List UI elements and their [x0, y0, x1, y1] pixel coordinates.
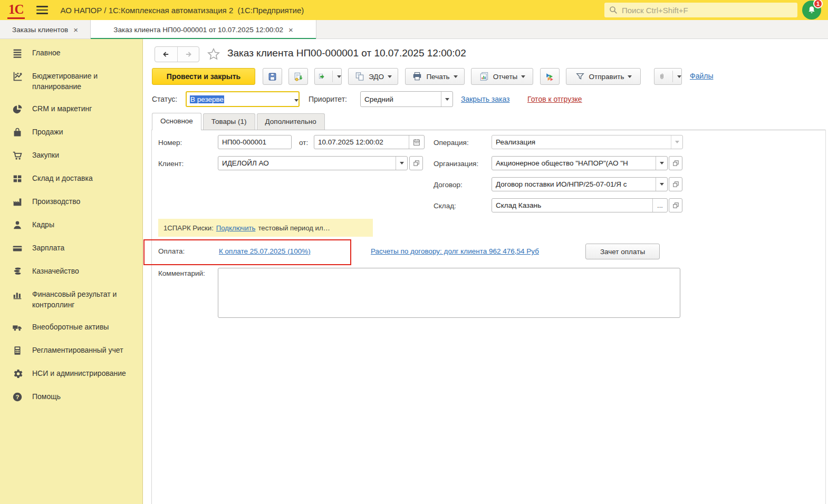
payment-terms-link[interactable]: К оплате 25.07.2025 (100%) — [219, 247, 311, 255]
sidebar-item-help[interactable]: ? Помощь — [0, 385, 142, 409]
finance-bars-icon — [11, 289, 24, 310]
favorite-star-icon[interactable] — [206, 47, 221, 62]
help-icon: ? — [11, 391, 24, 403]
payment-offset-button[interactable]: Зачет оплаты — [585, 244, 660, 259]
sidebar-item-label: Помощь — [32, 391, 61, 403]
sidebar-item-treasury[interactable]: Казначейство — [0, 260, 142, 283]
contract-select[interactable]: Договор поставки ИО/НПР/25-07-01/Я с — [492, 177, 668, 191]
save-button[interactable] — [263, 68, 282, 85]
sidebar-item-label: Закупки — [32, 150, 59, 161]
sidebar-item-production[interactable]: Производство — [0, 190, 142, 214]
status-dropdown-arrow[interactable] — [294, 94, 299, 104]
salary-card-icon — [11, 243, 24, 254]
main-menu-icon — [11, 47, 24, 59]
post-document-button[interactable] — [288, 68, 308, 85]
organization-select[interactable]: Акционерное общество "НАПОР"(АО "Н — [492, 156, 668, 170]
attachments-button[interactable] — [654, 68, 682, 85]
operation-select[interactable]: Реализация — [492, 135, 683, 149]
sidebar-item-regulated[interactable]: Регламентированный учет — [0, 339, 142, 362]
sidebar-item-label: Производство — [32, 196, 80, 208]
discussions-button[interactable] — [540, 68, 560, 85]
sidebar-item-sales[interactable]: Продажи — [0, 121, 142, 144]
files-link[interactable]: Файлы — [690, 72, 713, 80]
tab-additional[interactable]: Дополнительно — [257, 113, 325, 130]
window-tabbar: Заказы клиентов × Заказ клиента НП00-000… — [0, 20, 828, 39]
tab-goods[interactable]: Товары (1) — [203, 113, 255, 130]
print-icon — [412, 71, 422, 82]
sidebar-item-salary[interactable]: Зарплата — [0, 237, 142, 260]
back-arrow-icon — [161, 49, 171, 60]
date-input[interactable]: 10.07.2025 12:00:02 — [314, 135, 425, 149]
post-and-close-button[interactable]: Провести и закрыть — [152, 68, 255, 85]
warehouse-choose-button[interactable]: ... — [652, 199, 667, 212]
number-label: Номер: — [158, 139, 182, 147]
number-input[interactable]: НП00-000001 — [218, 135, 292, 149]
sidebar-item-hr[interactable]: Кадры — [0, 214, 142, 237]
operation-value: Реализация — [492, 138, 671, 146]
client-dropdown-arrow[interactable] — [396, 157, 407, 170]
warehouse-label: Склад: — [434, 202, 456, 210]
print-button[interactable]: Печать — [405, 68, 465, 85]
open-ref-icon — [672, 180, 680, 188]
organization-dropdown-arrow[interactable] — [656, 157, 667, 170]
main-menu-hamburger-icon[interactable] — [36, 6, 48, 14]
sidebar-item-main[interactable]: Главное — [0, 42, 142, 65]
treasury-coins-icon — [11, 266, 24, 277]
organization-label: Организация: — [434, 160, 478, 168]
notifications-button[interactable]: 1 — [802, 1, 821, 20]
create-based-on-menu-arrow[interactable] — [332, 71, 341, 82]
contract-dropdown-arrow[interactable] — [656, 178, 667, 191]
sidebar-item-label: Зарплата — [32, 243, 64, 254]
tab-main[interactable]: Основное — [152, 113, 201, 130]
ready-to-ship-link[interactable]: Готов к отгрузке — [527, 95, 582, 103]
status-select[interactable]: В резерве — [186, 91, 300, 107]
paperclip-icon — [658, 71, 666, 82]
calendar-button[interactable] — [409, 135, 424, 149]
status-value: В резерве — [190, 95, 224, 103]
global-search-input[interactable]: Поиск Ctrl+Shift+F — [604, 3, 797, 17]
sidebar-item-crm[interactable]: CRM и маркетинг — [0, 98, 142, 121]
priority-select[interactable]: Средний — [360, 91, 453, 107]
send-label: Отправить — [589, 73, 624, 81]
sidebar-item-label: Регламентированный учет — [32, 345, 123, 356]
forward-button[interactable] — [177, 47, 199, 62]
page-title: Заказ клиента НП00-000001 от 10.07.2025 … — [227, 47, 466, 59]
spark-connect-link[interactable]: Подключить — [216, 224, 256, 232]
search-icon — [609, 5, 618, 15]
post-document-icon — [293, 71, 303, 82]
sidebar-item-nsi-admin[interactable]: НСИ и администрирование — [0, 362, 142, 385]
1c-logo-icon[interactable]: 1С — [7, 2, 25, 19]
search-placeholder: Поиск Ctrl+Shift+F — [622, 6, 688, 15]
tab-label: Заказы клиентов — [12, 26, 68, 34]
attachments-menu-arrow[interactable] — [672, 71, 681, 82]
send-button[interactable]: Отправить — [566, 68, 641, 85]
tab-customer-orders-list[interactable]: Заказы клиентов × — [0, 20, 91, 39]
tab-customer-order-document[interactable]: Заказ клиента НП00-000001 от 10.07.2025 … — [91, 20, 316, 39]
organization-open-button[interactable] — [669, 156, 682, 170]
client-value: ИДЕЛОЙЛ АО — [218, 159, 396, 167]
edo-button[interactable]: ЭДО — [348, 68, 398, 85]
create-based-on-button[interactable] — [314, 68, 342, 85]
reports-button[interactable]: Отчеты — [471, 68, 533, 85]
close-order-link[interactable]: Закрыть заказ — [461, 95, 510, 103]
sidebar-item-warehouse[interactable]: Склад и доставка — [0, 167, 142, 190]
priority-dropdown-arrow[interactable] — [441, 92, 452, 106]
payment-label: Оплата: — [158, 247, 185, 255]
topbar: 1С АО НАПОР / 1С:Комплексная автоматизац… — [0, 0, 828, 20]
tab-close-icon[interactable]: × — [73, 25, 78, 34]
tab-close-icon[interactable]: × — [288, 25, 293, 34]
comment-input[interactable] — [218, 268, 680, 318]
client-select[interactable]: ИДЕЛОЙЛ АО — [218, 156, 408, 170]
settlements-link[interactable]: Расчеты по договору: долг клиента 962 47… — [371, 247, 539, 255]
sidebar-item-finance[interactable]: Финансовый результат и контроллинг — [0, 283, 142, 316]
sidebar-item-budgeting[interactable]: Бюджетирование и планирование — [0, 65, 142, 98]
priority-value: Средний — [361, 95, 441, 103]
sidebar-item-assets[interactable]: Внеоборотные активы — [0, 316, 142, 339]
client-open-button[interactable] — [409, 156, 423, 170]
warehouse-open-button[interactable] — [669, 198, 682, 212]
back-button[interactable] — [155, 47, 177, 62]
warehouse-select[interactable]: Склад Казань ... — [492, 198, 668, 212]
sidebar-item-purchases[interactable]: Закупки — [0, 144, 142, 167]
contract-open-button[interactable] — [669, 177, 682, 191]
organization-value: Акционерное общество "НАПОР"(АО "Н — [492, 159, 656, 167]
